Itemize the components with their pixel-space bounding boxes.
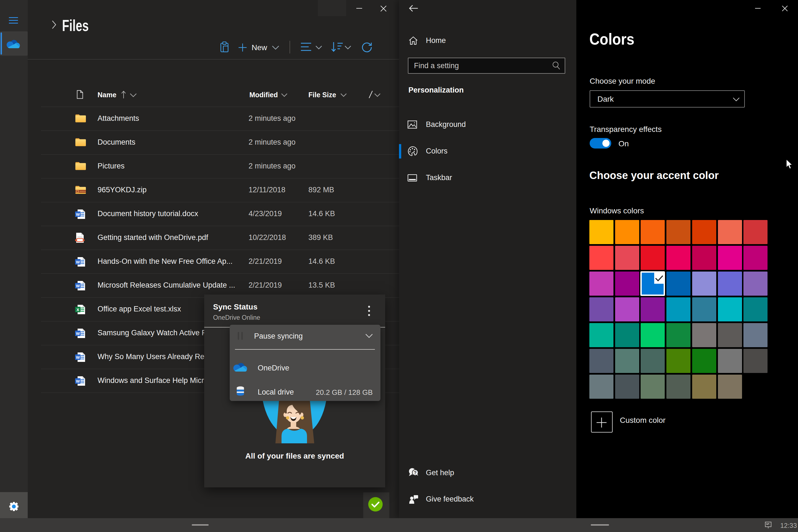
svg-text:W: W [76, 355, 80, 360]
svg-text:W: W [76, 212, 80, 217]
svg-text:W: W [76, 260, 80, 264]
svg-text:X: X [76, 307, 79, 312]
svg-text:W: W [76, 283, 80, 288]
svg-text:W: W [76, 379, 80, 383]
svg-text:?: ? [414, 471, 417, 475]
svg-text:W: W [76, 331, 80, 336]
